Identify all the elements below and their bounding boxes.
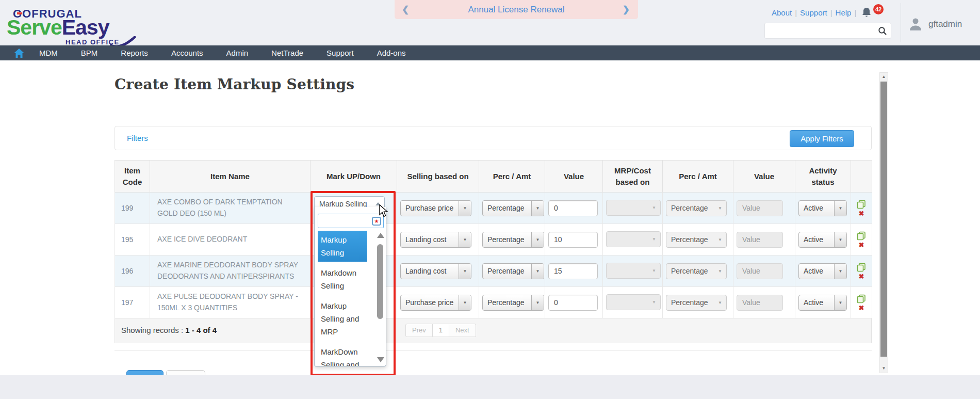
perc-amt-2-select[interactable]: Percentage▼ [666,200,727,216]
notification-bell-icon[interactable] [860,6,874,19]
banner-next-icon[interactable]: ❯ [623,0,630,19]
dropdown-option[interactable]: MarkDown Selling and [318,343,367,366]
chevron-down-icon: ▼ [459,201,471,216]
item-name-cell: AXE PULSE DEODORANT BODY SPRAY - 150ML X… [150,287,311,318]
nav-item-nettrade[interactable]: NetTrade [271,49,303,57]
nav-item-support[interactable]: Support [326,49,354,57]
delete-row-icon[interactable]: ✖ [851,273,872,280]
showing-records-value: 1 - 4 of 4 [185,326,217,334]
perc-amt-2-select[interactable]: Percentage▼ [666,295,727,311]
perc-amt-select[interactable]: Percentage▼ [482,263,544,279]
dropdown-scroll-up-icon[interactable] [377,233,384,238]
header-divider [901,3,901,42]
filters-toggle[interactable]: Filters [127,126,148,150]
selling-based-on-select[interactable]: Landing cost▼ [400,232,471,248]
chevron-down-icon: ▼ [714,201,726,216]
nav-item-bpm[interactable]: BPM [81,49,98,57]
value-input[interactable] [548,232,598,248]
pagination-next-button[interactable]: Next [449,324,476,337]
home-icon[interactable] [13,47,25,59]
user-avatar-icon [908,17,923,32]
notification-count-badge[interactable]: 42 [873,4,884,14]
perc-amt-2-select[interactable]: Percentage▼ [666,232,727,248]
delete-row-icon[interactable]: ✖ [851,210,872,217]
banner-text[interactable]: Annual License Renewal [395,0,638,19]
selling-based-on-select[interactable]: Landing cost▼ [400,263,471,279]
mrp-cost-based-on-select[interactable]: ▼ [606,231,661,247]
perc-amt-select[interactable]: Percentage▼ [482,295,544,311]
activity-status-select[interactable]: Active▼ [798,295,847,311]
chevron-down-icon: ▼ [531,232,544,247]
user-menu[interactable]: gftadmin [908,17,962,32]
page-title: Create Item Markup Settings [115,76,354,93]
nav-item-add-ons[interactable]: Add-ons [377,49,406,57]
column-header: MRP/Cost based on [603,161,663,193]
delete-row-icon[interactable]: ✖ [851,242,872,249]
chevron-down-icon: ▼ [834,232,846,247]
brand-logo[interactable]: GOFRUGAL ServeEasy HEAD OFFICE [7,4,151,45]
dropdown-search-input[interactable] [321,215,370,227]
column-header: Mark UP/Down [311,161,397,193]
pagination: Prev 1 Next [405,324,476,337]
copy-row-icon[interactable] [857,200,866,209]
perc-amt-select[interactable]: Percentage▼ [482,200,544,216]
copy-row-icon[interactable] [857,231,866,241]
nav-item-mdm[interactable]: MDM [39,49,58,57]
perc-amt-2-select[interactable]: Percentage▼ [666,263,727,279]
value-input[interactable] [548,295,598,311]
support-link[interactable]: Support [800,8,827,17]
chevron-down-icon: ▼ [714,295,726,310]
delete-row-icon[interactable]: ✖ [851,305,872,312]
dropdown-option[interactable]: Markup Selling and MRP [318,297,367,341]
value-input[interactable] [548,263,598,279]
value-input[interactable] [548,200,598,216]
activity-status-select[interactable]: Active▼ [798,232,847,248]
value-2-input[interactable] [737,232,783,248]
selling-based-on-select[interactable]: Purchase price▼ [400,295,471,311]
copy-row-icon[interactable] [857,294,866,304]
showing-records-label: Showing records : [121,326,183,334]
chevron-down-icon: ▼ [834,295,846,310]
value-2-input[interactable] [737,200,783,216]
pagination-page-button[interactable]: 1 [433,324,449,337]
dropdown-scrollbar[interactable] [375,231,385,364]
about-link[interactable]: About [772,8,792,17]
search-icon[interactable] [878,26,887,36]
scroll-up-arrow[interactable]: ▲ [880,73,888,81]
column-header: Item Name [150,161,311,193]
pagination-prev-button[interactable]: Prev [405,324,433,337]
activity-status-select[interactable]: Active▼ [798,263,847,279]
dropdown-option[interactable]: Markup Selling [318,231,367,262]
nav-item-reports[interactable]: Reports [121,49,148,57]
value-2-input[interactable] [737,263,783,279]
help-link[interactable]: Help [836,8,852,17]
vertical-scrollbar[interactable]: ▲ ▼ [879,72,888,373]
scroll-down-arrow[interactable]: ▼ [880,364,888,373]
column-header: Value [545,161,603,193]
announcement-banner: ❮ Annual License Renewal ❯ [395,0,638,19]
apply-filters-button[interactable]: Apply Filters [790,130,854,147]
mrp-cost-based-on-select[interactable]: ▼ [606,200,661,216]
scrollbar-thumb[interactable] [880,82,887,357]
perc-amt-select[interactable]: Percentage▼ [482,232,544,248]
mrp-cost-based-on-select[interactable]: ▼ [606,294,661,310]
chevron-down-icon: ▼ [648,232,660,247]
nav-item-admin[interactable]: Admin [226,49,249,57]
dropdown-option-list: Markup SellingMarkdown SellingMarkup Sel… [318,231,371,366]
mrp-cost-based-on-select[interactable]: ▼ [606,263,661,279]
table-row: 199 AXE COMBO OF DARK TEMPTATION GOLD DE… [115,193,872,224]
dropdown-scroll-down-icon[interactable] [377,357,384,362]
header-search-input[interactable] [768,24,876,37]
app-root: GOFRUGAL ServeEasy HEAD OFFICE ❮ Annual … [0,0,980,399]
save-button-partial[interactable] [126,370,164,375]
value-2-input[interactable] [737,295,783,311]
cancel-button-partial[interactable] [166,370,205,375]
dropdown-scrollbar-thumb[interactable] [377,244,383,319]
nav-item-accounts[interactable]: Accounts [171,49,203,57]
page-bottom-background [0,375,980,399]
copy-row-icon[interactable] [857,263,866,272]
chevron-down-icon: ▼ [531,295,544,310]
selling-based-on-select[interactable]: Purchase price▼ [400,200,471,216]
dropdown-option[interactable]: Markdown Selling [318,264,367,295]
activity-status-select[interactable]: Active▼ [798,200,847,216]
